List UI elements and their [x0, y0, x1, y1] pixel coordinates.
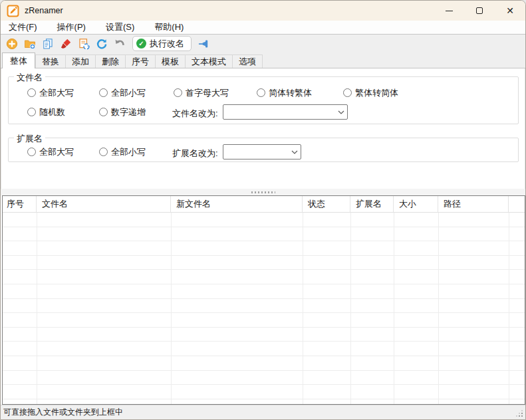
menu-file[interactable]: 文件(F): [3, 21, 43, 34]
documents-icon: [42, 38, 54, 50]
chevron-down-icon: [335, 110, 347, 114]
radio-filename-uppercase[interactable]: 全部大写: [27, 88, 74, 98]
extension-group-title: 扩展名: [14, 133, 45, 145]
tab-page-overall: 文件名 全部大写 全部小写 首字母大写 简体转繁体 繁体转简体: [1, 68, 525, 189]
toolbar: ✓ 执行改名: [1, 34, 525, 52]
column-divider: [171, 213, 172, 404]
filename-groupbox: 文件名 全部大写 全部小写 首字母大写 简体转繁体 繁体转简体: [8, 76, 519, 124]
radio-icon: [343, 88, 352, 97]
column-divider: [37, 213, 37, 404]
undo-arrow-icon: [114, 38, 126, 50]
add-files-button[interactable]: [4, 36, 20, 52]
col-header-filler: [509, 196, 525, 212]
column-divider: [438, 213, 439, 404]
refresh-names-button[interactable]: [76, 36, 92, 52]
document-refresh-icon: [78, 38, 90, 50]
menu-settings[interactable]: 设置(S): [100, 21, 140, 34]
file-table: 序号 文件名 新文件名 状态 扩展名 大小 路径: [2, 195, 525, 405]
status-message: 可直接拖入文件或文件夹到上框中: [1, 407, 123, 418]
filename-group-title: 文件名: [14, 72, 45, 84]
col-header-new-filename[interactable]: 新文件名: [171, 196, 303, 212]
menu-help[interactable]: 帮助(H): [149, 21, 189, 34]
red-brush-icon: [60, 38, 72, 50]
app-logo-icon: [7, 5, 19, 17]
radio-random-number[interactable]: 随机数: [27, 107, 65, 117]
column-divider: [394, 213, 394, 404]
plus-circle-icon: [6, 38, 18, 50]
check-circle-icon: ✓: [136, 39, 146, 49]
extension-groupbox: 扩展名 全部大写 全部小写 扩展名改为:: [8, 138, 519, 162]
blue-refresh-icon: [96, 38, 108, 50]
column-divider: [350, 213, 351, 404]
radio-icon: [27, 148, 36, 156]
tab-replace[interactable]: 替换: [35, 54, 66, 68]
clear-list-button[interactable]: [58, 36, 74, 52]
maximize-icon: [476, 7, 483, 14]
radio-filename-lowercase[interactable]: 全部小写: [99, 88, 146, 98]
add-folder-button[interactable]: [22, 36, 38, 52]
tab-template[interactable]: 模板: [156, 54, 186, 68]
radio-extension-uppercase[interactable]: 全部大写: [27, 147, 74, 157]
radio-icon: [257, 88, 265, 97]
pin-icon: [197, 38, 209, 50]
file-table-body[interactable]: [3, 213, 525, 404]
resize-grip[interactable]: [521, 415, 523, 417]
tab-number[interactable]: 序号: [126, 54, 156, 68]
minimize-button[interactable]: [434, 1, 464, 21]
col-header-status[interactable]: 状态: [303, 196, 350, 212]
col-header-extension[interactable]: 扩展名: [350, 196, 394, 212]
extension-rename-label: 扩展名改为:: [172, 148, 218, 159]
radio-icon: [99, 108, 108, 116]
window-title: zRenamer: [25, 6, 63, 15]
radio-number-increment[interactable]: 数字递增: [99, 107, 146, 117]
minimize-icon: [446, 11, 453, 11]
tab-add[interactable]: 添加: [66, 54, 96, 68]
close-icon: ✕: [506, 6, 514, 15]
column-divider: [509, 213, 509, 404]
radio-filename-capitalize[interactable]: 首字母大写: [174, 88, 229, 98]
splitter-grip-icon: [251, 191, 275, 193]
filename-rename-combobox[interactable]: [223, 104, 348, 120]
col-header-path[interactable]: 路径: [438, 196, 509, 212]
radio-simplified-to-traditional[interactable]: 简体转繁体: [257, 88, 312, 98]
radio-icon: [27, 108, 36, 116]
extension-rename-combobox[interactable]: [223, 144, 301, 159]
close-button[interactable]: ✕: [495, 1, 525, 21]
app-window: zRenamer ✕ 文件(F) 操作(P) 设置(S) 帮助(H): [0, 0, 526, 420]
radio-traditional-to-simplified[interactable]: 繁体转简体: [343, 88, 398, 98]
panel-splitter[interactable]: [1, 189, 525, 195]
maximize-button[interactable]: [464, 1, 495, 21]
col-header-index[interactable]: 序号: [3, 196, 37, 212]
tabstrip: 整体 替换 添加 删除 序号 模板 文本模式 选项: [1, 52, 525, 68]
radio-icon: [99, 148, 108, 156]
filename-rename-label: 文件名改为:: [172, 108, 218, 120]
column-divider: [303, 213, 303, 404]
radio-icon: [99, 88, 108, 97]
titlebar: zRenamer ✕: [1, 1, 525, 21]
pin-on-top-button[interactable]: [196, 36, 211, 52]
undo-button[interactable]: [112, 36, 128, 52]
execute-rename-label: 执行改名: [150, 38, 184, 50]
refresh-button[interactable]: [94, 36, 110, 52]
tab-overall[interactable]: 整体: [2, 52, 35, 68]
file-list-button[interactable]: [40, 36, 56, 52]
statusbar: 可直接拖入文件或文件夹到上框中: [1, 405, 525, 419]
col-header-size[interactable]: 大小: [394, 196, 438, 212]
tab-delete[interactable]: 删除: [96, 54, 126, 68]
folder-plus-icon: [24, 38, 36, 50]
tab-options[interactable]: 选项: [233, 54, 263, 68]
menu-actions[interactable]: 操作(P): [52, 21, 91, 34]
radio-icon: [27, 88, 36, 97]
file-table-header: 序号 文件名 新文件名 状态 扩展名 大小 路径: [3, 196, 525, 213]
chevron-down-icon: [289, 150, 301, 154]
menubar: 文件(F) 操作(P) 设置(S) 帮助(H): [1, 21, 525, 34]
col-header-filename[interactable]: 文件名: [37, 196, 171, 212]
radio-extension-lowercase[interactable]: 全部小写: [99, 147, 146, 157]
tab-text-mode[interactable]: 文本模式: [186, 54, 233, 68]
radio-icon: [174, 88, 182, 97]
execute-rename-button[interactable]: ✓ 执行改名: [132, 36, 192, 51]
